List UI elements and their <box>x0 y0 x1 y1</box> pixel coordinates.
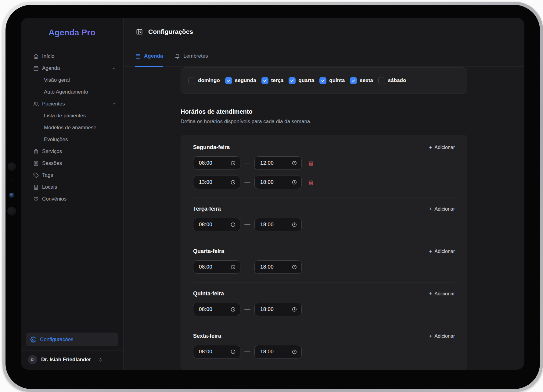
time-value: 18:00 <box>260 264 274 270</box>
weekday-label: quarta <box>298 77 314 84</box>
sidebar-item-agenda[interactable]: Agenda <box>33 62 117 74</box>
tablet-bezel: Agenda Pro InícioAgendaVisão geralAuto A… <box>5 5 540 389</box>
time-input-end[interactable]: 18:00 <box>254 345 302 358</box>
weekday-checkbox-quinta[interactable]: quinta <box>319 77 345 84</box>
time-input-start[interactable]: 08:00 <box>193 303 240 316</box>
front-sensor-icon <box>8 162 16 171</box>
sidebar-item-convenios[interactable]: Convênios <box>33 193 117 205</box>
divider <box>193 325 455 325</box>
plus-icon: + <box>429 248 432 254</box>
front-camera-icon <box>9 193 14 198</box>
checkbox-unchecked-icon[interactable] <box>378 77 385 84</box>
sidebar-item-locais[interactable]: Locais <box>33 181 117 193</box>
weekday-checkbox-domingo[interactable]: domingo <box>188 77 220 84</box>
sidebar-subitem-modelos-de-anamnese[interactable]: Modelos de anamnese <box>44 122 117 134</box>
time-input-end[interactable]: 18:00 <box>254 303 302 316</box>
sidebar-subitem-evolucoes[interactable]: Evoluções <box>44 134 117 145</box>
chevrons-up-down-icon <box>98 357 103 362</box>
time-input-end[interactable]: 18:00 <box>254 218 302 231</box>
sidebar-item-label: Convênios <box>42 196 67 202</box>
time-input-start[interactable]: 08:00 <box>193 260 240 274</box>
gear-icon <box>30 337 36 343</box>
weekday-checkbox-quarta[interactable]: quarta <box>289 77 314 84</box>
day-label: Segunda-feira <box>193 144 230 151</box>
time-value: 18:00 <box>260 349 274 355</box>
sidebar-item-configuracoes[interactable]: Configurações <box>26 333 118 346</box>
day-schedule-segunda-feira: Segunda-feira+Adicionar08:0012:0013:0018… <box>193 144 455 189</box>
sidebar-item-label: Tags <box>42 172 53 178</box>
day-label: Terça-feira <box>193 206 221 212</box>
section-subtitle: Defina os horários disponíveis para cada… <box>181 119 467 125</box>
add-time-label: Adicionar <box>434 206 455 212</box>
day-schedule-header: Quinta-feira+Adicionar <box>193 290 455 297</box>
clock-icon <box>292 349 297 355</box>
sidebar-item-label: Sessões <box>42 160 62 166</box>
checkbox-checked-icon[interactable] <box>289 77 296 84</box>
content-column: domingosegundaterçaquartaquintasextasába… <box>181 67 467 370</box>
time-range-row: 13:0018:00 <box>193 176 455 189</box>
time-input-start[interactable]: 08:00 <box>193 345 240 358</box>
checkbox-checked-icon[interactable] <box>225 77 232 84</box>
tab-lembretes[interactable]: Lembretes <box>174 46 208 67</box>
sidebar-subitem-lista-de-pacientes[interactable]: Lista de pacientes <box>44 110 117 122</box>
sidebar-subitem-visao-geral[interactable]: Visão geral <box>44 74 117 86</box>
time-input-end[interactable]: 18:00 <box>254 260 302 274</box>
sidebar-subgroup-pacientes: Lista de pacientesModelos de anamneseEvo… <box>37 110 117 145</box>
tag-icon <box>33 172 39 178</box>
day-schedule-sexta-feira: Sexta-feira+Adicionar08:0018:00 <box>193 333 455 358</box>
tab-agenda[interactable]: Agenda <box>135 46 163 67</box>
add-time-button[interactable]: +Adicionar <box>429 206 455 212</box>
delete-range-button[interactable] <box>308 160 314 166</box>
weekday-checkbox-sabado[interactable]: sábado <box>378 77 406 84</box>
bell-icon <box>174 53 180 59</box>
add-time-label: Adicionar <box>434 145 455 150</box>
weekday-checkbox-terca[interactable]: terça <box>261 77 284 84</box>
front-sensor-icon <box>7 207 16 216</box>
time-input-end[interactable]: 12:00 <box>254 156 302 170</box>
sidebar-item-tags[interactable]: Tags <box>33 169 117 181</box>
checkbox-checked-icon[interactable] <box>261 77 268 84</box>
time-input-start[interactable]: 08:00 <box>193 156 240 170</box>
sidebar: Agenda Pro InícioAgendaVisão geralAuto A… <box>21 18 124 370</box>
sidebar-item-label: Pacientes <box>42 101 65 107</box>
home-icon <box>33 53 39 59</box>
sidebar-item-inicio[interactable]: Início <box>33 50 117 62</box>
heart-icon <box>33 196 39 202</box>
range-separator <box>244 182 250 183</box>
time-input-end[interactable]: 18:00 <box>254 176 302 189</box>
checkbox-checked-icon[interactable] <box>350 77 357 84</box>
users-icon <box>33 101 39 107</box>
sidebar-subgroup-agenda: Visão geralAuto Agendamento <box>37 74 117 98</box>
time-range-row: 08:0018:00 <box>193 345 455 358</box>
time-range-row: 08:0018:00 <box>193 218 455 231</box>
clock-icon <box>292 222 297 227</box>
add-time-button[interactable]: +Adicionar <box>429 291 455 297</box>
delete-range-button[interactable] <box>308 179 314 186</box>
calendar-icon <box>135 53 141 59</box>
weekday-label: terça <box>271 77 284 84</box>
tab-label: Lembretes <box>183 53 208 59</box>
add-time-button[interactable]: +Adicionar <box>429 248 455 254</box>
day-schedule-header: Quarta-feira+Adicionar <box>193 248 455 255</box>
sidebar-subitem-auto-agendamento[interactable]: Auto Agendamento <box>44 86 117 98</box>
sidebar-item-pacientes[interactable]: Pacientes <box>33 98 117 110</box>
add-time-button[interactable]: +Adicionar <box>429 333 455 339</box>
checkbox-checked-icon[interactable] <box>319 77 326 84</box>
sidebar-toggle-icon[interactable] <box>136 28 143 35</box>
add-time-button[interactable]: +Adicionar <box>429 144 455 150</box>
user-menu[interactable]: DI Dr. Isiah Friedlander <box>21 351 123 367</box>
weekday-checkbox-sexta[interactable]: sexta <box>350 77 373 84</box>
time-input-start[interactable]: 08:00 <box>193 218 240 231</box>
sidebar-item-sessoes[interactable]: Sessões <box>33 157 117 169</box>
section-title: Horários de atendimento <box>181 108 467 115</box>
sidebar-item-label: Configurações <box>40 337 74 343</box>
sidebar-item-servicos[interactable]: Serviços <box>33 145 117 157</box>
time-input-start[interactable]: 13:00 <box>193 176 240 189</box>
clock-icon <box>292 307 297 312</box>
checkbox-unchecked-icon[interactable] <box>188 77 195 84</box>
weekday-checkbox-segunda[interactable]: segunda <box>225 77 256 84</box>
range-separator <box>244 309 250 310</box>
plus-icon: + <box>429 144 432 150</box>
day-label: Sexta-feira <box>193 333 221 339</box>
clock-icon <box>292 264 297 270</box>
